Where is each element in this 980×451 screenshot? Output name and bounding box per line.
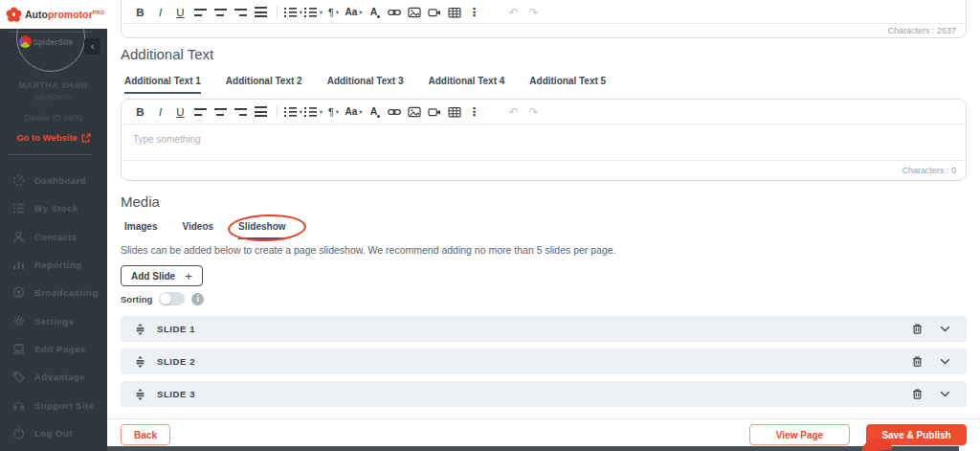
- insert-link-button[interactable]: [384, 100, 404, 124]
- unordered-list-button[interactable]: ▾: [303, 1, 323, 23]
- sidebar-item-label: Advantage: [34, 372, 85, 382]
- sorting-toggle[interactable]: [159, 292, 185, 305]
- redo-button[interactable]: ↷: [523, 1, 544, 23]
- sidebar-item-reporting[interactable]: Reporting: [0, 251, 107, 279]
- slideshow-description: Slides can be added below to create a pa…: [121, 244, 616, 256]
- more-options-button[interactable]: ⋮: [464, 100, 484, 124]
- sorting-control: Sorting i: [121, 292, 204, 305]
- tab-additional-text-2[interactable]: Additional Text 2: [226, 76, 302, 94]
- tab-additional-text-3[interactable]: Additional Text 3: [327, 76, 404, 94]
- sidebar-item-support-site[interactable]: Support Site: [0, 391, 107, 418]
- save-publish-button[interactable]: Save & Publish: [866, 424, 967, 445]
- undo-button[interactable]: ↶: [503, 100, 523, 124]
- insert-image-button[interactable]: [404, 1, 424, 23]
- expand-slide-button[interactable]: [936, 391, 953, 397]
- ordered-list-button[interactable]: ▾: [283, 1, 303, 23]
- tab-additional-text-1[interactable]: Additional Text 1: [124, 76, 201, 94]
- tab-videos[interactable]: Videos: [182, 221, 213, 239]
- sidebar-item-advantage[interactable]: Advantage: [0, 363, 107, 391]
- align-left-button[interactable]: [190, 100, 211, 124]
- delete-slide-button[interactable]: [908, 355, 925, 368]
- brand-wordmark: AutopromotorPRO: [25, 9, 104, 20]
- main-content: B I U ▾ ▾ ¶▾ Aa▾ A ⋮ ↶ ↷ C: [107, 0, 980, 451]
- sidebar-item-label: Edit Pages: [34, 344, 86, 354]
- character-count: Characters : 0: [122, 160, 966, 180]
- bold-button[interactable]: B: [130, 1, 150, 23]
- redo-button[interactable]: ↷: [523, 100, 544, 124]
- go-to-website-link[interactable]: Go to Website: [0, 132, 107, 143]
- align-center-button[interactable]: [211, 1, 231, 23]
- add-slide-button[interactable]: Add Slide +: [121, 265, 203, 286]
- toolbar-divider: [277, 6, 278, 18]
- justify-button[interactable]: [251, 100, 271, 124]
- insert-table-button[interactable]: [444, 100, 464, 124]
- sidebar-item-dashboard[interactable]: Dashboard: [0, 167, 107, 194]
- slide-row[interactable]: SLIDE 3: [121, 381, 967, 407]
- ordered-list-button[interactable]: ▾: [283, 100, 303, 124]
- delete-slide-button[interactable]: [908, 388, 925, 400]
- expand-slide-button[interactable]: [936, 326, 953, 332]
- info-icon[interactable]: i: [191, 293, 204, 305]
- insert-table-button[interactable]: [444, 1, 464, 23]
- sidebar-item-log-out[interactable]: Log Out: [0, 419, 107, 447]
- paragraph-format-button[interactable]: ¶▾: [323, 100, 344, 124]
- broadcasting-icon: [12, 286, 25, 299]
- underline-button[interactable]: U: [170, 100, 190, 124]
- sidebar-item-label: Contacts: [34, 232, 78, 242]
- sidebar-item-edit-pages[interactable]: Edit Pages: [0, 335, 107, 363]
- insert-video-button[interactable]: [424, 100, 444, 124]
- delete-slide-button[interactable]: [908, 323, 925, 335]
- sidebar-item-label: Support Site: [34, 400, 94, 411]
- sidebar-item-settings[interactable]: Settings: [0, 306, 107, 334]
- tab-slideshow[interactable]: Slideshow: [238, 221, 285, 239]
- align-right-button[interactable]: [231, 1, 251, 23]
- insert-link-button[interactable]: [384, 1, 404, 23]
- sidebar-item-contacts[interactable]: Contacts: [0, 223, 107, 251]
- ordered-list-icon: [284, 106, 298, 117]
- paragraph-format-button[interactable]: ¶▾: [323, 1, 344, 23]
- section-heading-media: Media: [121, 193, 160, 210]
- drag-handle-icon[interactable]: [134, 389, 146, 400]
- sidebar-item-label: Settings: [34, 316, 74, 327]
- slide-row[interactable]: SLIDE 2: [121, 349, 967, 374]
- drag-handle-icon[interactable]: [134, 324, 146, 335]
- font-size-button[interactable]: Aa▾: [344, 1, 364, 23]
- my-stock-icon: [12, 202, 25, 214]
- font-color-button[interactable]: A: [364, 100, 384, 124]
- insert-video-button[interactable]: [424, 1, 444, 23]
- align-left-button[interactable]: [190, 1, 211, 23]
- align-right-button[interactable]: [231, 100, 251, 124]
- tab-additional-text-5[interactable]: Additional Text 5: [529, 76, 606, 94]
- italic-button[interactable]: I: [150, 1, 170, 23]
- tab-additional-text-4[interactable]: Additional Text 4: [428, 76, 504, 94]
- unordered-list-icon: [304, 106, 318, 117]
- sidebar-collapse-button[interactable]: ‹: [84, 38, 100, 55]
- rich-text-editor-main: B I U ▾ ▾ ¶▾ Aa▾ A ⋮ ↶ ↷ C: [121, 0, 967, 38]
- insert-image-button[interactable]: [404, 100, 424, 124]
- sidebar-item-my-stock[interactable]: My Stock: [0, 194, 107, 222]
- justify-button[interactable]: [251, 1, 271, 23]
- slide-row[interactable]: SLIDE 1: [121, 316, 967, 342]
- unordered-list-button[interactable]: ▾: [303, 100, 323, 124]
- back-button[interactable]: Back: [121, 424, 170, 445]
- font-size-button[interactable]: Aa▾: [344, 100, 364, 124]
- settings-icon: [12, 315, 25, 327]
- more-options-button[interactable]: ⋮: [464, 1, 484, 23]
- undo-button[interactable]: ↶: [503, 1, 523, 23]
- tab-images[interactable]: Images: [124, 221, 157, 239]
- underline-button[interactable]: U: [170, 1, 190, 23]
- justify-icon: [255, 106, 268, 117]
- font-color-button[interactable]: A: [364, 1, 384, 23]
- dashboard-icon: [12, 174, 25, 187]
- expand-slide-button[interactable]: [936, 358, 953, 365]
- bottom-strip: [107, 446, 959, 451]
- drag-handle-icon[interactable]: [134, 356, 146, 368]
- app-logo[interactable]: AutopromotorPRO: [0, 0, 107, 29]
- align-center-button[interactable]: [211, 100, 231, 124]
- text-input-area[interactable]: Type something: [122, 124, 966, 160]
- italic-button[interactable]: I: [150, 100, 170, 124]
- view-page-button[interactable]: View Page: [749, 424, 850, 445]
- media-tabs: Images Videos Slideshow: [124, 221, 286, 239]
- bold-button[interactable]: B: [130, 100, 150, 124]
- sidebar-item-broadcasting[interactable]: Broadcasting: [0, 279, 107, 306]
